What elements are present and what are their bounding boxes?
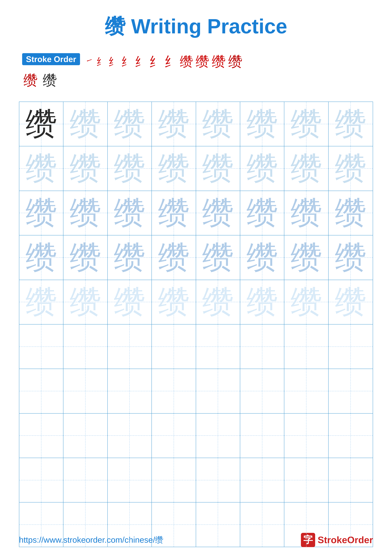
grid-cell-7-3[interactable] (108, 369, 152, 413)
grid-cell-5-1[interactable]: 缵 (19, 280, 64, 324)
grid-cell-7-1[interactable] (19, 369, 64, 413)
grid-cell-5-6[interactable]: 缵 (240, 280, 284, 324)
grid-cell-4-3[interactable]: 缵 (108, 235, 152, 280)
stroke-char-5: 纟 (135, 55, 147, 69)
grid-cell-3-3[interactable]: 缵 (108, 191, 152, 235)
grid-cell-1-1[interactable]: 缵 (19, 102, 64, 146)
stroke-char-6: 纟 (149, 54, 162, 69)
title-char: 缵 Writing Practice (105, 15, 287, 38)
grid-cell-7-7[interactable] (284, 369, 328, 413)
grid-cell-3-6[interactable]: 缵 (240, 191, 284, 235)
char-display: 缵 (291, 286, 322, 318)
grid-cell-9-2[interactable] (64, 458, 107, 502)
grid-cell-9-7[interactable] (284, 458, 328, 502)
grid-cell-5-4[interactable]: 缵 (152, 280, 196, 324)
grid-cell-5-2[interactable]: 缵 (64, 280, 107, 324)
char-display: 缵 (202, 197, 234, 229)
char-display: 缵 (291, 197, 322, 229)
grid-cell-9-5[interactable] (196, 458, 240, 502)
grid-cell-7-6[interactable] (240, 369, 284, 413)
grid-cell-2-6[interactable]: 缵 (240, 146, 284, 190)
grid-cell-9-4[interactable] (152, 458, 196, 502)
grid-cell-6-1[interactable] (19, 324, 64, 369)
grid-cell-2-7[interactable]: 缵 (284, 146, 328, 190)
grid-cell-4-5[interactable]: 缵 (196, 235, 240, 280)
grid-cell-5-3[interactable]: 缵 (108, 280, 152, 324)
grid-cell-7-4[interactable] (152, 369, 196, 413)
grid-cell-5-8[interactable]: 缵 (328, 280, 373, 324)
practice-grid: 缵 缵 缵 缵 缵 缵 缵 缵 (19, 102, 373, 547)
grid-cell-3-4[interactable]: 缵 (152, 191, 196, 235)
grid-row-9 (19, 458, 373, 503)
grid-cell-1-7[interactable]: 缵 (284, 102, 328, 146)
char-display: 缵 (25, 286, 57, 318)
logo-char: 字 (303, 533, 313, 546)
grid-cell-6-6[interactable] (240, 324, 284, 369)
grid-cell-2-3[interactable]: 缵 (108, 146, 152, 190)
grid-cell-9-1[interactable] (19, 458, 64, 502)
grid-cell-1-4[interactable]: 缵 (152, 102, 196, 146)
stroke-chars-container: ㇀ 纟 纟 纟 纟 纟 纟 缵 缵 缵 缵 (84, 53, 244, 70)
grid-row-4: 缵 缵 缵 缵 缵 缵 缵 缵 (19, 235, 373, 280)
grid-cell-4-2[interactable]: 缵 (64, 235, 107, 280)
grid-cell-8-6[interactable] (240, 414, 284, 458)
grid-cell-2-5[interactable]: 缵 (196, 146, 240, 190)
grid-cell-4-6[interactable]: 缵 (240, 235, 284, 280)
grid-cell-7-2[interactable] (64, 369, 107, 413)
stroke-char-3: 纟 (108, 56, 119, 68)
stroke-char-10: 缵 (212, 53, 226, 70)
grid-cell-1-8[interactable]: 缵 (328, 102, 373, 146)
grid-cell-9-6[interactable] (240, 458, 284, 502)
char-display: 缵 (70, 242, 101, 273)
grid-cell-3-5[interactable]: 缵 (196, 191, 240, 235)
grid-cell-3-8[interactable]: 缵 (328, 191, 373, 235)
grid-cell-8-5[interactable] (196, 414, 240, 458)
grid-cell-3-2[interactable]: 缵 (64, 191, 107, 235)
grid-row-7 (19, 369, 373, 413)
grid-cell-6-8[interactable] (328, 324, 373, 369)
grid-cell-2-2[interactable]: 缵 (64, 146, 107, 190)
grid-cell-4-7[interactable]: 缵 (284, 235, 328, 280)
grid-row-2: 缵 缵 缵 缵 缵 缵 缵 缵 (19, 146, 373, 191)
grid-cell-8-4[interactable] (152, 414, 196, 458)
stroke-char-8: 缵 (180, 54, 193, 70)
grid-cell-9-3[interactable] (108, 458, 152, 502)
grid-cell-5-7[interactable]: 缵 (284, 280, 328, 324)
char-display: 缵 (158, 153, 190, 184)
logo-text-order: Order (347, 535, 373, 545)
stroke-char-4: 纟 (121, 55, 132, 68)
grid-cell-8-3[interactable] (108, 414, 152, 458)
grid-cell-6-2[interactable] (64, 324, 107, 369)
char-display: 缵 (70, 197, 101, 229)
grid-cell-6-4[interactable] (152, 324, 196, 369)
grid-cell-3-1[interactable]: 缵 (19, 191, 64, 235)
grid-cell-8-2[interactable] (64, 414, 107, 458)
grid-cell-8-1[interactable] (19, 414, 64, 458)
grid-cell-6-7[interactable] (284, 324, 328, 369)
grid-cell-5-5[interactable]: 缵 (196, 280, 240, 324)
grid-cell-7-8[interactable] (328, 369, 373, 413)
grid-cell-4-1[interactable]: 缵 (19, 235, 64, 280)
grid-cell-2-4[interactable]: 缵 (152, 146, 196, 190)
grid-cell-6-3[interactable] (108, 324, 152, 369)
grid-cell-1-6[interactable]: 缵 (240, 102, 284, 146)
grid-cell-7-5[interactable] (196, 369, 240, 413)
grid-cell-4-8[interactable]: 缵 (328, 235, 373, 280)
grid-cell-2-1[interactable]: 缵 (19, 146, 64, 190)
grid-cell-9-8[interactable] (328, 458, 373, 502)
grid-cell-6-5[interactable] (196, 324, 240, 369)
stroke-char-13: 缵 (43, 72, 57, 89)
grid-cell-1-2[interactable]: 缵 (64, 102, 107, 146)
grid-cell-8-8[interactable] (328, 414, 373, 458)
page: 缵 Writing Practice Stroke Order ㇀ 纟 纟 纟 … (0, 0, 392, 555)
grid-cell-4-4[interactable]: 缵 (152, 235, 196, 280)
char-display: 缵 (291, 242, 322, 273)
grid-cell-2-8[interactable]: 缵 (328, 146, 373, 190)
char-display: 缵 (158, 108, 190, 140)
footer-url[interactable]: https://www.strokeorder.com/chinese/缵 (19, 534, 163, 546)
page-title: 缵 Writing Practice (105, 13, 287, 41)
grid-cell-8-7[interactable] (284, 414, 328, 458)
grid-cell-3-7[interactable]: 缵 (284, 191, 328, 235)
grid-cell-1-3[interactable]: 缵 (108, 102, 152, 146)
grid-cell-1-5[interactable]: 缵 (196, 102, 240, 146)
